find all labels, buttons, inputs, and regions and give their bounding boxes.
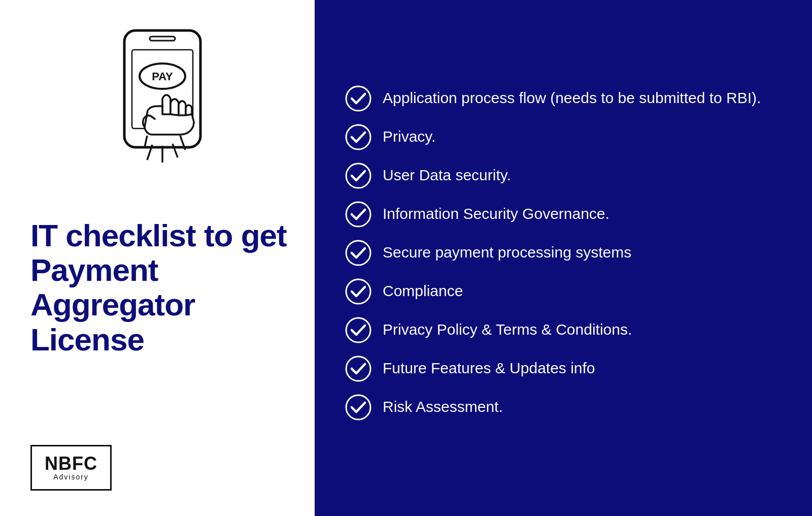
check-icon xyxy=(345,278,371,305)
right-panel: Application process flow (needs to be su… xyxy=(315,0,812,516)
svg-point-13 xyxy=(346,202,370,227)
svg-point-17 xyxy=(346,357,370,381)
svg-point-15 xyxy=(346,279,370,304)
checklist-text: Privacy Policy & Terms & Conditions. xyxy=(383,316,632,339)
checklist-text: Secure payment processing systems xyxy=(383,239,631,262)
logo-advisory: Advisory xyxy=(53,473,89,481)
svg-text:PAY: PAY xyxy=(152,70,173,83)
svg-point-12 xyxy=(346,164,370,188)
svg-point-14 xyxy=(346,241,370,265)
svg-point-18 xyxy=(346,395,370,420)
check-icon xyxy=(345,124,371,150)
check-icon xyxy=(345,85,371,112)
check-icon xyxy=(345,356,371,382)
page-title: IT checklist to get Payment Aggregator L… xyxy=(30,218,294,357)
checklist-text: Risk Assessment. xyxy=(383,393,503,416)
checklist-item: User Data security. xyxy=(345,162,776,189)
logo-text: NBFC xyxy=(45,455,97,473)
checklist-item: Information Security Governance. xyxy=(345,200,776,228)
svg-point-10 xyxy=(346,86,370,111)
check-icon xyxy=(345,394,371,421)
checklist-text: User Data security. xyxy=(383,162,511,185)
phone-illustration: PAY xyxy=(96,25,228,198)
checklist-item: Secure payment processing systems xyxy=(345,239,776,266)
checklist-text: Information Security Governance. xyxy=(383,200,610,223)
svg-point-11 xyxy=(346,125,370,149)
left-top: PAY xyxy=(30,20,294,357)
checklist-text: Compliance xyxy=(383,277,463,301)
checklist-text: Application process flow (needs to be su… xyxy=(383,84,761,108)
check-icon xyxy=(345,163,371,189)
nbfc-logo: NBFC Advisory xyxy=(30,445,112,491)
checklist-text: Future Features & Updates info xyxy=(383,354,595,378)
checklist-item: Privacy Policy & Terms & Conditions. xyxy=(345,316,776,343)
checklist-text: Privacy. xyxy=(383,123,435,146)
checklist-item: Privacy. xyxy=(345,123,776,150)
checklist-item: Risk Assessment. xyxy=(345,393,776,421)
check-icon xyxy=(345,240,371,266)
checklist-item: Compliance xyxy=(345,277,776,305)
checklist-item: Future Features & Updates info xyxy=(345,354,776,382)
check-icon xyxy=(345,317,371,343)
checklist-item: Application process flow (needs to be su… xyxy=(345,84,776,112)
svg-point-16 xyxy=(346,318,370,342)
check-icon xyxy=(345,201,371,228)
left-panel: PAY xyxy=(0,0,315,516)
